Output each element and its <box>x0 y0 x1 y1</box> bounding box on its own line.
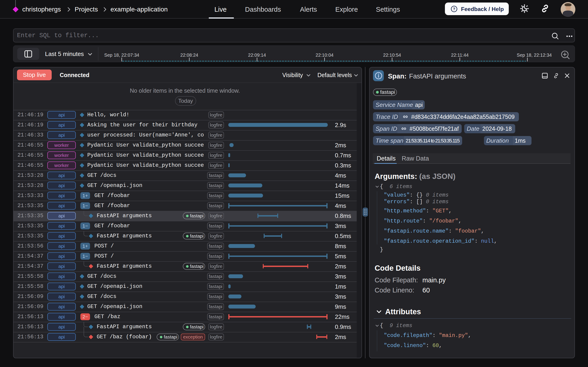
svg-text:?: ? <box>453 7 455 11</box>
